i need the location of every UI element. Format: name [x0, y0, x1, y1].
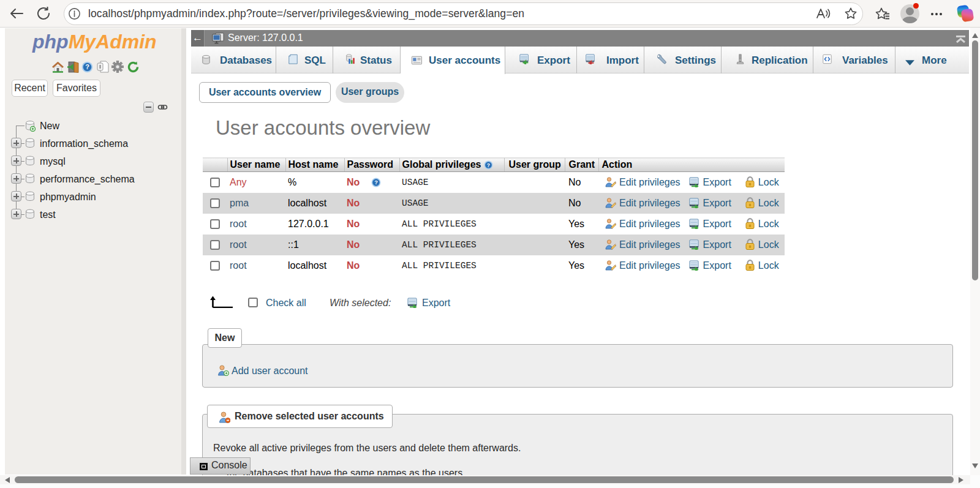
svg-text:?: ?: [487, 162, 490, 168]
svg-text:?: ?: [374, 180, 378, 186]
svg-text:?: ?: [85, 63, 89, 70]
